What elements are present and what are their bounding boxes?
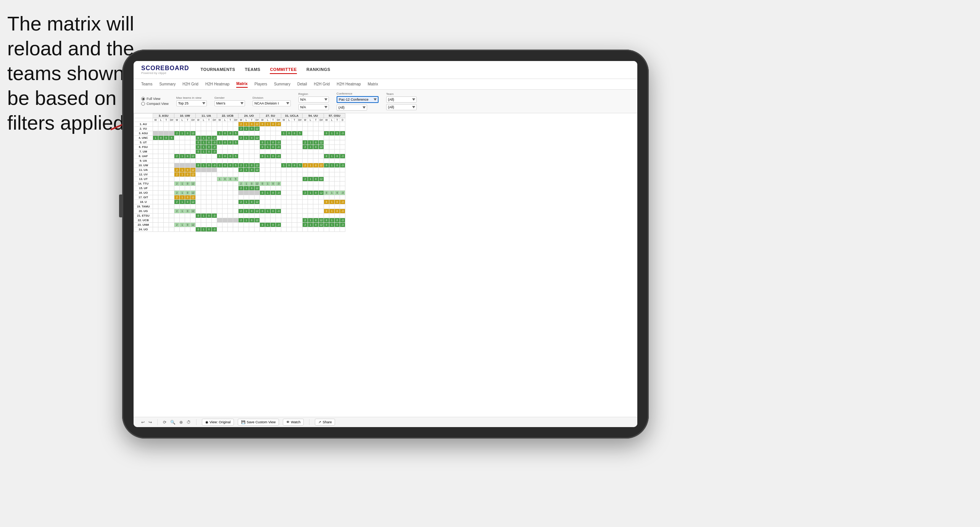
sub-nav-matrix1[interactable]: Matrix xyxy=(236,80,247,88)
matrix-cell xyxy=(233,186,239,191)
sub-nav-h2h-grid1[interactable]: H2H Grid xyxy=(182,81,198,87)
matrix-cell xyxy=(271,159,276,163)
matrix-cell: 0 xyxy=(287,163,292,168)
matrix-cell xyxy=(233,223,239,227)
table-row: 23. UNM21012010-321012010-3 xyxy=(134,223,345,227)
nav-tournaments[interactable]: TOURNAMENTS xyxy=(201,66,235,74)
matrix-cell xyxy=(158,140,164,145)
team-select[interactable]: (All) xyxy=(386,96,417,103)
matrix-cell xyxy=(255,159,260,163)
su-l: L xyxy=(265,118,271,122)
matrix-cell xyxy=(265,218,271,223)
matrix-cell xyxy=(324,136,329,140)
matrix-cell xyxy=(190,163,196,168)
undo-icon[interactable]: ↩ xyxy=(141,420,145,425)
matrix-cell xyxy=(265,149,271,154)
gender-select[interactable]: Men's Women's xyxy=(214,100,245,106)
nav-committee[interactable]: COMMITTEE xyxy=(270,66,297,74)
matrix-cell xyxy=(185,122,190,127)
matrix-cell xyxy=(185,186,190,191)
matrix-cell: 12 xyxy=(190,182,196,186)
matrix-cell xyxy=(174,163,180,168)
matrix-cell xyxy=(174,227,180,232)
matrix-cell xyxy=(265,177,271,182)
matrix-cell xyxy=(249,177,255,182)
sub-nav-h2h-grid2[interactable]: H2H Grid xyxy=(314,81,330,87)
conference-select[interactable]: Pac-12 Conference ACC Big Ten xyxy=(337,96,379,103)
sub-nav-detail[interactable]: Detail xyxy=(297,81,307,87)
max-teams-select[interactable]: Top 25 Top 10 Top 50 xyxy=(176,100,207,106)
sub-nav-teams[interactable]: Teams xyxy=(141,81,152,87)
compact-view-radio[interactable]: Compact View xyxy=(141,102,169,106)
region-select[interactable]: N/A East West xyxy=(298,96,329,103)
matrix-cell xyxy=(228,172,233,177)
matrix-cell: 12 xyxy=(190,200,196,204)
matrix-cell xyxy=(196,177,201,182)
sub-nav-summary1[interactable]: Summary xyxy=(159,81,176,87)
sub-nav-summary2[interactable]: Summary xyxy=(274,81,290,87)
nav-rankings[interactable]: RANKINGS xyxy=(306,66,330,74)
matrix-cell: 0 xyxy=(185,200,190,204)
matrix-cell xyxy=(319,154,324,159)
add-icon[interactable]: ⊕ xyxy=(179,420,183,425)
matrix-cell: 2 xyxy=(174,223,180,227)
matrix-cell xyxy=(260,218,265,223)
matrix-cell xyxy=(324,172,329,177)
matrix-cell: 0 xyxy=(196,145,201,149)
matrix-cell: 1 xyxy=(244,218,249,223)
sub-nav-h2h-heatmap2[interactable]: H2H Heatmap xyxy=(337,81,361,87)
conference-select2[interactable]: (All) xyxy=(337,104,367,111)
matrix-cell xyxy=(265,127,271,131)
nav-teams[interactable]: TEAMS xyxy=(245,66,260,74)
refresh-icon[interactable]: ⟳ xyxy=(163,420,166,425)
matrix-cell xyxy=(158,177,164,182)
watch-button[interactable]: 👁 Watch xyxy=(283,419,304,426)
sub-nav-players[interactable]: Players xyxy=(255,81,267,87)
view-original-button[interactable]: ◉ View: Original xyxy=(202,419,234,426)
matrix-cell: -3 xyxy=(212,136,217,140)
osu-t: T xyxy=(335,118,340,122)
col-header-uu: 54. UU xyxy=(303,114,324,118)
redo-icon[interactable]: ↪ xyxy=(148,420,152,425)
matrix-cell xyxy=(153,214,158,218)
save-custom-view-button[interactable]: 💾 Save Custom View xyxy=(238,419,279,426)
matrix-cell: 0 xyxy=(271,154,276,159)
matrix-cell xyxy=(196,131,201,136)
matrix-container[interactable]: 3. ASU 10. UW 11. UA 22. UCB 24. UO 27. … xyxy=(134,113,637,417)
full-view-radio[interactable]: Full View xyxy=(141,97,169,101)
matrix-cell xyxy=(303,200,308,204)
timer-icon[interactable]: ⏱ xyxy=(187,420,191,424)
matrix-cell xyxy=(281,140,287,145)
matrix-cell xyxy=(308,204,313,209)
matrix-cell xyxy=(153,127,158,131)
matrix-cell xyxy=(206,182,212,186)
team-select2[interactable]: (All) xyxy=(386,104,417,110)
matrix-cell xyxy=(329,172,335,177)
region-select2[interactable]: N/A xyxy=(298,104,329,110)
matrix-cell xyxy=(196,172,201,177)
division-select[interactable]: NCAA Division I NCAA Division II xyxy=(253,100,291,106)
matrix-cell xyxy=(217,149,222,154)
ucla-l: L xyxy=(287,118,292,122)
matrix-cell xyxy=(222,186,228,191)
share-button[interactable]: ↗ Share xyxy=(315,419,335,426)
matrix-cell xyxy=(308,127,313,131)
sub-nav-h2h-heatmap1[interactable]: H2H Heatmap xyxy=(205,81,229,87)
asu-w: W xyxy=(153,118,158,122)
matrix-cell xyxy=(158,209,164,214)
matrix-cell xyxy=(292,182,297,186)
matrix-cell xyxy=(271,127,276,131)
sub-nav-matrix2[interactable]: Matrix xyxy=(368,81,378,87)
matrix-cell xyxy=(217,200,222,204)
matrix-cell xyxy=(303,122,308,127)
save-custom-label: Save Custom View xyxy=(247,420,276,424)
matrix-cell xyxy=(158,214,164,218)
matrix-cell xyxy=(319,149,324,154)
matrix-cell xyxy=(292,214,297,218)
matrix-cell: 12 xyxy=(319,177,324,182)
zoom-out-icon[interactable]: 🔍 xyxy=(170,420,176,425)
matrix-cell xyxy=(174,149,180,154)
matrix-cell xyxy=(206,191,212,195)
tablet-power-button[interactable] xyxy=(119,194,122,217)
matrix-cell xyxy=(287,186,292,191)
